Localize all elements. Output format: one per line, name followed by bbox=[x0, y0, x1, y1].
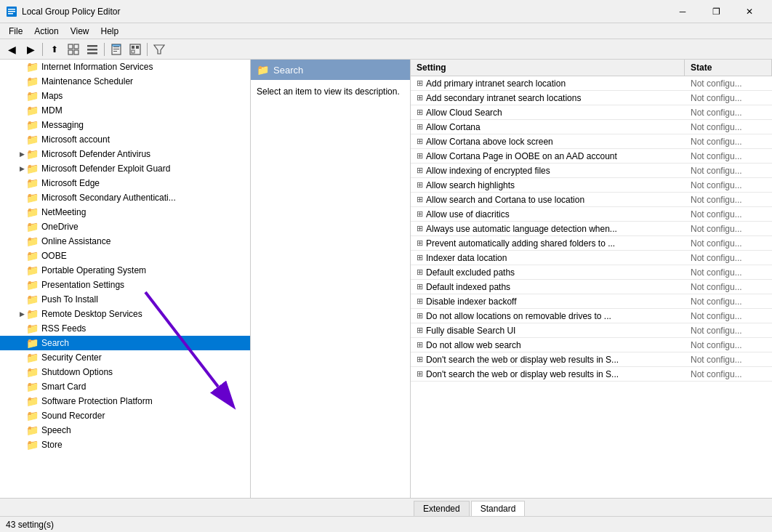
tree-item[interactable]: 📁Microsoft account bbox=[0, 132, 250, 147]
tree-item[interactable]: 📁Software Protection Platform bbox=[0, 394, 250, 408]
setting-label: Allow search and Cortana to use location bbox=[426, 195, 584, 205]
tree-item-label: Microsoft Edge bbox=[41, 178, 100, 188]
tree-item[interactable]: ▶📁Microsoft Defender Exploit Guard bbox=[0, 161, 250, 176]
svg-marker-20 bbox=[154, 45, 164, 54]
policy-button[interactable] bbox=[108, 41, 125, 57]
setting-cell: ⊞Do not allow locations on removable dri… bbox=[411, 309, 685, 323]
filter-button[interactable] bbox=[150, 41, 168, 57]
tab-extended[interactable]: Extended bbox=[414, 501, 470, 516]
col-header-setting[interactable]: Setting bbox=[411, 60, 685, 76]
tree-item[interactable]: 📁Maps bbox=[0, 89, 250, 103]
tree-item[interactable]: 📁Presentation Settings bbox=[0, 278, 250, 292]
tree-item-label: Portable Operating System bbox=[41, 265, 146, 275]
table-row[interactable]: ⊞Allow indexing of encrypted filesNot co… bbox=[411, 164, 772, 178]
table-row[interactable]: ⊞Allow search highlightsNot configu... bbox=[411, 178, 772, 193]
state-cell: Not configu... bbox=[685, 280, 772, 294]
menu-help[interactable]: Help bbox=[95, 25, 125, 38]
tree-item-label: Internet Information Services bbox=[41, 62, 153, 72]
table-row[interactable]: ⊞Do not allow locations on removable dri… bbox=[411, 309, 772, 323]
table-row[interactable]: ⊞Allow use of diacriticsNot configu... bbox=[411, 207, 772, 222]
tree-item[interactable]: 📁OOBE bbox=[0, 249, 250, 263]
table-row[interactable]: ⊞Don't search the web or display web res… bbox=[411, 367, 772, 382]
tree-item-label: Software Protection Platform bbox=[41, 396, 153, 406]
tree-item[interactable]: 📁Internet Information Services bbox=[0, 60, 250, 74]
back-button[interactable]: ◀ bbox=[3, 41, 20, 57]
forward-button[interactable]: ▶ bbox=[22, 41, 39, 57]
col-header-state[interactable]: State bbox=[685, 60, 772, 76]
table-row[interactable]: ⊞Do not allow web searchNot configu... bbox=[411, 338, 772, 352]
setting-label: Allow Cortana bbox=[426, 122, 481, 132]
state-cell: Not configu... bbox=[685, 149, 772, 163]
tab-standard[interactable]: Standard bbox=[471, 501, 526, 517]
setting-label: Allow search highlights bbox=[426, 180, 515, 190]
restore-button[interactable]: ❐ bbox=[699, 0, 733, 23]
tree-item[interactable]: 📁Maintenance Scheduler bbox=[0, 74, 250, 89]
table-row[interactable]: ⊞Add primary intranet search locationNot… bbox=[411, 76, 772, 91]
table-row[interactable]: ⊞Allow Cortana above lock screenNot conf… bbox=[411, 134, 772, 149]
table-row[interactable]: ⊞Add secondary intranet search locations… bbox=[411, 91, 772, 105]
tree-item[interactable]: 📁Portable Operating System bbox=[0, 263, 250, 278]
setting-cell: ⊞Default indexed paths bbox=[411, 280, 685, 294]
setting-icon: ⊞ bbox=[417, 267, 423, 277]
tree-item[interactable]: 📁Online Assistance bbox=[0, 234, 250, 249]
table-row[interactable]: ⊞Disable indexer backoffNot configu... bbox=[411, 294, 772, 309]
tree-item[interactable]: 📁Security Center bbox=[0, 350, 250, 365]
tree-item[interactable]: 📁NetMeeting bbox=[0, 205, 250, 219]
tree-item[interactable]: ▶📁Remote Desktop Services bbox=[0, 307, 250, 321]
tree-item-label: Microsoft Secondary Authenticati... bbox=[41, 193, 176, 203]
tree-item[interactable]: 📁RSS Feeds bbox=[0, 321, 250, 336]
state-cell: Not configu... bbox=[685, 294, 772, 308]
tree-item[interactable]: 📁Speech bbox=[0, 423, 250, 438]
tree-item[interactable]: 📁Push To Install bbox=[0, 292, 250, 307]
tree-item[interactable]: 📁Microsoft Secondary Authenticati... bbox=[0, 190, 250, 205]
table-row[interactable]: ⊞Always use automatic language detection… bbox=[411, 222, 772, 236]
tree-item[interactable]: 📁Sound Recorder bbox=[0, 408, 250, 423]
close-button[interactable]: ✕ bbox=[733, 0, 766, 23]
show-hide-button[interactable] bbox=[65, 41, 82, 57]
settings-header: Setting State bbox=[411, 60, 772, 76]
tree-item[interactable]: 📁OneDrive bbox=[0, 219, 250, 234]
setting-label: Default indexed paths bbox=[426, 282, 510, 292]
description-header: 📁 Search bbox=[251, 60, 410, 80]
up-button[interactable]: ⬆ bbox=[46, 41, 63, 57]
tree-item[interactable]: ▶📁Microsoft Defender Antivirus bbox=[0, 147, 250, 161]
table-row[interactable]: ⊞Allow Cortana Page in OOBE on an AAD ac… bbox=[411, 149, 772, 164]
svg-rect-14 bbox=[113, 51, 117, 52]
table-row[interactable]: ⊞Default indexed pathsNot configu... bbox=[411, 280, 772, 294]
tree-item[interactable]: 📁Shutdown Options bbox=[0, 365, 250, 379]
setting-cell: ⊞Allow Cloud Search bbox=[411, 105, 685, 119]
setting-cell: ⊞Allow indexing of encrypted files bbox=[411, 164, 685, 177]
tree-item[interactable]: 📁MDM bbox=[0, 103, 250, 118]
minimize-button[interactable]: ─ bbox=[666, 0, 699, 23]
menu-file[interactable]: File bbox=[3, 25, 28, 38]
setting-icon: ⊞ bbox=[417, 108, 423, 117]
folder-icon: 📁 bbox=[26, 177, 39, 189]
table-row[interactable]: ⊞Allow Cloud SearchNot configu... bbox=[411, 105, 772, 120]
setting-cell: ⊞Indexer data location bbox=[411, 251, 685, 265]
menu-view[interactable]: View bbox=[65, 25, 95, 38]
list-button[interactable] bbox=[84, 41, 101, 57]
tree-item[interactable]: 📁Smart Card bbox=[0, 379, 250, 394]
bottom-area: Extended Standard bbox=[0, 498, 772, 516]
setting-cell: ⊞Don't search the web or display web res… bbox=[411, 352, 685, 366]
tree-item[interactable]: 📁Search bbox=[0, 336, 250, 350]
window-title: Local Group Policy Editor bbox=[22, 7, 666, 17]
state-cell: Not configu... bbox=[685, 164, 772, 177]
table-row[interactable]: ⊞Allow search and Cortana to use locatio… bbox=[411, 193, 772, 207]
setting-label: Allow Cortana Page in OOBE on an AAD acc… bbox=[426, 151, 617, 161]
table-row[interactable]: ⊞Don't search the web or display web res… bbox=[411, 352, 772, 367]
table-row[interactable]: ⊞Default excluded pathsNot configu... bbox=[411, 265, 772, 280]
tree-item[interactable]: 📁Messaging bbox=[0, 118, 250, 132]
setting-icon: ⊞ bbox=[417, 166, 423, 175]
folder-icon: 📁 bbox=[26, 148, 39, 160]
table-row[interactable]: ⊞Prevent automatically adding shared fol… bbox=[411, 236, 772, 251]
table-row[interactable]: ⊞Fully disable Search UINot configu... bbox=[411, 323, 772, 338]
tree-item[interactable]: 📁Store bbox=[0, 438, 250, 452]
table-row[interactable]: ⊞Allow CortanaNot configu... bbox=[411, 120, 772, 134]
table-row[interactable]: ⊞Indexer data locationNot configu... bbox=[411, 251, 772, 265]
setting-label: Indexer data location bbox=[426, 253, 507, 263]
menu-action[interactable]: Action bbox=[28, 25, 64, 38]
tree-item[interactable]: 📁Microsoft Edge bbox=[0, 176, 250, 190]
tree-item-label: Security Center bbox=[41, 352, 102, 363]
settings-button[interactable] bbox=[126, 41, 144, 57]
